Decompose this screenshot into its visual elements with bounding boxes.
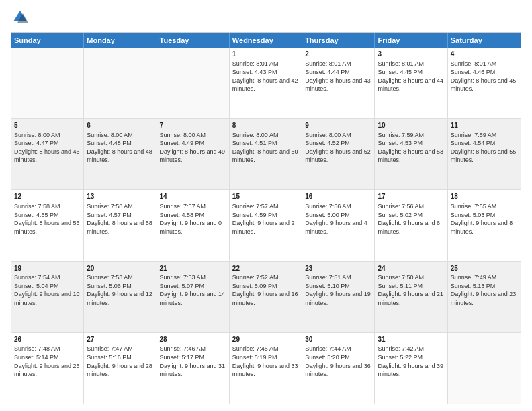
- day-cell-22: 22Sunrise: 7:52 AM Sunset: 5:09 PM Dayli…: [230, 262, 302, 332]
- day-cell-30: 30Sunrise: 7:44 AM Sunset: 5:20 PM Dayli…: [302, 333, 375, 404]
- day-number: 5: [14, 121, 81, 130]
- empty-cell: [84, 48, 157, 118]
- header-day-tuesday: Tuesday: [157, 33, 230, 48]
- day-info: Sunrise: 8:00 AM Sunset: 4:49 PM Dayligh…: [160, 131, 226, 165]
- day-number: 13: [87, 192, 153, 201]
- week-row-2: 5Sunrise: 8:00 AM Sunset: 4:47 PM Daylig…: [11, 118, 521, 189]
- day-info: Sunrise: 7:51 AM Sunset: 5:10 PM Dayligh…: [305, 273, 371, 307]
- empty-cell: [11, 48, 84, 118]
- logo: [11, 8, 32, 27]
- day-cell-13: 13Sunrise: 7:58 AM Sunset: 4:57 PM Dayli…: [84, 190, 157, 261]
- day-cell-7: 7Sunrise: 8:00 AM Sunset: 4:49 PM Daylig…: [157, 119, 230, 189]
- day-info: Sunrise: 8:01 AM Sunset: 4:43 PM Dayligh…: [232, 60, 299, 93]
- day-cell-9: 9Sunrise: 8:00 AM Sunset: 4:52 PM Daylig…: [302, 119, 375, 189]
- day-info: Sunrise: 7:47 AM Sunset: 5:16 PM Dayligh…: [87, 345, 153, 378]
- day-number: 21: [160, 264, 226, 273]
- day-cell-4: 4Sunrise: 8:01 AM Sunset: 4:46 PM Daylig…: [448, 48, 521, 118]
- day-info: Sunrise: 7:55 AM Sunset: 5:03 PM Dayligh…: [451, 202, 518, 236]
- day-number: 10: [378, 121, 444, 130]
- day-info: Sunrise: 7:56 AM Sunset: 5:02 PM Dayligh…: [378, 202, 444, 236]
- day-number: 31: [378, 335, 444, 345]
- header: [11, 8, 521, 27]
- day-cell-11: 11Sunrise: 7:59 AM Sunset: 4:54 PM Dayli…: [448, 119, 521, 189]
- day-cell-1: 1Sunrise: 8:01 AM Sunset: 4:43 PM Daylig…: [230, 48, 302, 118]
- day-number: 25: [451, 264, 518, 273]
- day-info: Sunrise: 7:59 AM Sunset: 4:54 PM Dayligh…: [451, 131, 518, 165]
- day-number: 6: [87, 121, 153, 130]
- day-cell-24: 24Sunrise: 7:50 AM Sunset: 5:11 PM Dayli…: [375, 262, 447, 332]
- day-cell-2: 2Sunrise: 8:01 AM Sunset: 4:44 PM Daylig…: [302, 48, 375, 118]
- day-number: 26: [14, 335, 81, 345]
- day-number: 23: [305, 264, 371, 273]
- header-day-wednesday: Wednesday: [230, 33, 302, 48]
- header-day-thursday: Thursday: [302, 33, 375, 48]
- day-number: 7: [160, 121, 226, 130]
- calendar-header-row: SundayMondayTuesdayWednesdayThursdayFrid…: [11, 33, 521, 48]
- day-cell-23: 23Sunrise: 7:51 AM Sunset: 5:10 PM Dayli…: [302, 262, 375, 332]
- day-info: Sunrise: 8:00 AM Sunset: 4:48 PM Dayligh…: [87, 131, 153, 165]
- day-cell-6: 6Sunrise: 8:00 AM Sunset: 4:48 PM Daylig…: [84, 119, 157, 189]
- day-number: 9: [305, 121, 371, 130]
- day-cell-19: 19Sunrise: 7:54 AM Sunset: 5:04 PM Dayli…: [11, 262, 84, 332]
- day-number: 11: [451, 121, 518, 130]
- day-number: 28: [160, 335, 226, 345]
- day-cell-25: 25Sunrise: 7:49 AM Sunset: 5:13 PM Dayli…: [448, 262, 521, 332]
- week-row-4: 19Sunrise: 7:54 AM Sunset: 5:04 PM Dayli…: [11, 261, 521, 332]
- logo-icon: [11, 8, 30, 27]
- day-cell-26: 26Sunrise: 7:48 AM Sunset: 5:14 PM Dayli…: [11, 333, 84, 404]
- day-info: Sunrise: 7:53 AM Sunset: 5:06 PM Dayligh…: [87, 273, 153, 307]
- day-info: Sunrise: 8:01 AM Sunset: 4:45 PM Dayligh…: [378, 60, 444, 93]
- day-cell-8: 8Sunrise: 8:00 AM Sunset: 4:51 PM Daylig…: [230, 119, 302, 189]
- day-number: 27: [87, 335, 153, 345]
- day-info: Sunrise: 7:53 AM Sunset: 5:07 PM Dayligh…: [160, 273, 226, 307]
- day-number: 30: [305, 335, 371, 345]
- header-day-friday: Friday: [375, 33, 447, 48]
- day-info: Sunrise: 7:42 AM Sunset: 5:22 PM Dayligh…: [378, 345, 444, 378]
- day-cell-21: 21Sunrise: 7:53 AM Sunset: 5:07 PM Dayli…: [157, 262, 230, 332]
- day-cell-17: 17Sunrise: 7:56 AM Sunset: 5:02 PM Dayli…: [375, 190, 447, 261]
- calendar-body: 1Sunrise: 8:01 AM Sunset: 4:43 PM Daylig…: [11, 48, 521, 404]
- day-number: 1: [232, 50, 299, 59]
- day-info: Sunrise: 7:57 AM Sunset: 4:59 PM Dayligh…: [232, 202, 299, 236]
- day-number: 16: [305, 192, 371, 201]
- empty-cell: [157, 48, 230, 118]
- day-number: 14: [160, 192, 226, 201]
- day-info: Sunrise: 7:44 AM Sunset: 5:20 PM Dayligh…: [305, 345, 371, 378]
- day-info: Sunrise: 8:00 AM Sunset: 4:51 PM Dayligh…: [232, 131, 299, 165]
- day-number: 20: [87, 264, 153, 273]
- day-number: 2: [305, 50, 371, 59]
- day-cell-12: 12Sunrise: 7:58 AM Sunset: 4:55 PM Dayli…: [11, 190, 84, 261]
- day-cell-29: 29Sunrise: 7:45 AM Sunset: 5:19 PM Dayli…: [230, 333, 302, 404]
- day-info: Sunrise: 7:49 AM Sunset: 5:13 PM Dayligh…: [451, 273, 518, 307]
- day-cell-16: 16Sunrise: 7:56 AM Sunset: 5:00 PM Dayli…: [302, 190, 375, 261]
- day-cell-31: 31Sunrise: 7:42 AM Sunset: 5:22 PM Dayli…: [375, 333, 447, 404]
- day-number: 19: [14, 264, 81, 273]
- day-info: Sunrise: 7:45 AM Sunset: 5:19 PM Dayligh…: [232, 345, 299, 378]
- day-info: Sunrise: 7:48 AM Sunset: 5:14 PM Dayligh…: [14, 345, 81, 378]
- day-info: Sunrise: 8:00 AM Sunset: 4:47 PM Dayligh…: [14, 131, 81, 165]
- day-info: Sunrise: 7:46 AM Sunset: 5:17 PM Dayligh…: [160, 345, 226, 378]
- day-number: 24: [378, 264, 444, 273]
- day-info: Sunrise: 8:00 AM Sunset: 4:52 PM Dayligh…: [305, 131, 371, 165]
- empty-cell: [448, 333, 521, 404]
- day-number: 3: [378, 50, 444, 59]
- day-info: Sunrise: 8:01 AM Sunset: 4:44 PM Dayligh…: [305, 60, 371, 93]
- day-number: 18: [451, 192, 518, 201]
- day-number: 15: [232, 192, 299, 201]
- day-info: Sunrise: 7:57 AM Sunset: 4:58 PM Dayligh…: [160, 202, 226, 236]
- day-info: Sunrise: 7:52 AM Sunset: 5:09 PM Dayligh…: [232, 273, 299, 307]
- week-row-3: 12Sunrise: 7:58 AM Sunset: 4:55 PM Dayli…: [11, 189, 521, 261]
- day-cell-14: 14Sunrise: 7:57 AM Sunset: 4:58 PM Dayli…: [157, 190, 230, 261]
- day-number: 4: [451, 50, 518, 59]
- calendar: SundayMondayTuesdayWednesdayThursdayFrid…: [11, 32, 521, 404]
- day-info: Sunrise: 7:50 AM Sunset: 5:11 PM Dayligh…: [378, 273, 444, 307]
- day-info: Sunrise: 7:56 AM Sunset: 5:00 PM Dayligh…: [305, 202, 371, 236]
- day-info: Sunrise: 7:58 AM Sunset: 4:55 PM Dayligh…: [14, 202, 81, 236]
- day-cell-10: 10Sunrise: 7:59 AM Sunset: 4:53 PM Dayli…: [375, 119, 447, 189]
- day-number: 29: [232, 335, 299, 345]
- day-cell-15: 15Sunrise: 7:57 AM Sunset: 4:59 PM Dayli…: [230, 190, 302, 261]
- day-number: 8: [232, 121, 299, 130]
- day-cell-28: 28Sunrise: 7:46 AM Sunset: 5:17 PM Dayli…: [157, 333, 230, 404]
- day-cell-5: 5Sunrise: 8:00 AM Sunset: 4:47 PM Daylig…: [11, 119, 84, 189]
- page: SundayMondayTuesdayWednesdayThursdayFrid…: [0, 0, 532, 411]
